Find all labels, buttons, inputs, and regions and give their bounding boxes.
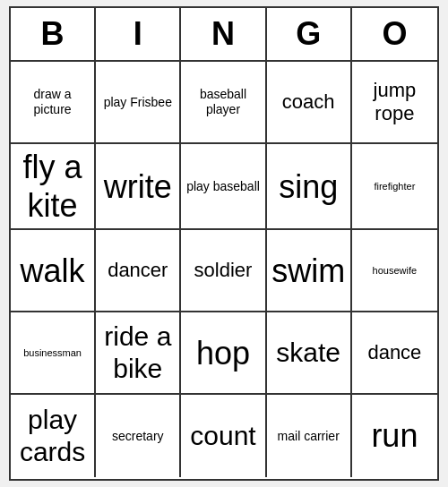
bingo-cell: soldier bbox=[181, 230, 266, 312]
bingo-cell: jump rope bbox=[352, 62, 437, 144]
bingo-cell: secretary bbox=[96, 395, 181, 477]
bingo-header-letter: B bbox=[11, 8, 96, 60]
bingo-cell: dancer bbox=[96, 230, 181, 312]
bingo-cell: hop bbox=[181, 312, 266, 395]
bingo-grid: draw a pictureplay Frisbeebaseball playe… bbox=[11, 62, 437, 477]
bingo-cell: count bbox=[181, 395, 266, 477]
bingo-cell: businessman bbox=[11, 312, 96, 395]
bingo-header: BINGO bbox=[11, 8, 437, 62]
bingo-cell: baseball player bbox=[181, 62, 266, 144]
bingo-cell: play cards bbox=[11, 395, 96, 477]
bingo-cell: play baseball bbox=[181, 144, 266, 230]
bingo-cell: sing bbox=[267, 144, 352, 230]
bingo-header-letter: G bbox=[267, 8, 352, 60]
bingo-cell: swim bbox=[267, 230, 352, 312]
bingo-cell: run bbox=[352, 395, 437, 477]
bingo-cell: play Frisbee bbox=[96, 62, 181, 144]
bingo-cell: draw a picture bbox=[11, 62, 96, 144]
bingo-header-letter: I bbox=[96, 8, 181, 60]
bingo-cell: mail carrier bbox=[267, 395, 352, 477]
bingo-cell: write bbox=[96, 144, 181, 230]
bingo-cell: housewife bbox=[352, 230, 437, 312]
bingo-cell: firefighter bbox=[352, 144, 437, 230]
bingo-cell: dance bbox=[352, 312, 437, 395]
bingo-cell: walk bbox=[11, 230, 96, 312]
bingo-cell: coach bbox=[267, 62, 352, 144]
bingo-cell: ride a bike bbox=[96, 312, 181, 395]
bingo-card: BINGO draw a pictureplay Frisbeebaseball… bbox=[9, 6, 439, 481]
bingo-header-letter: O bbox=[352, 8, 437, 60]
bingo-header-letter: N bbox=[181, 8, 266, 60]
bingo-cell: skate bbox=[267, 312, 352, 395]
bingo-cell: fly a kite bbox=[11, 144, 96, 230]
